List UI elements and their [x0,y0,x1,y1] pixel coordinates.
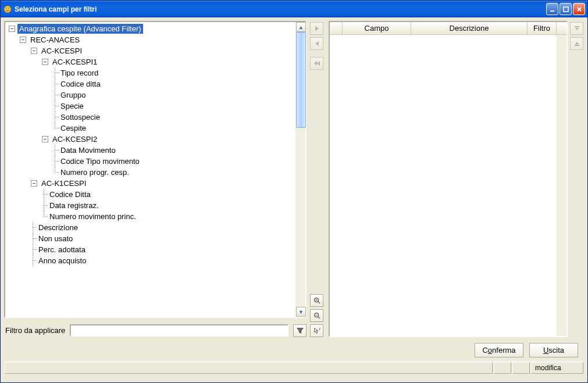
svg-point-1 [6,8,7,9]
tree-leaf[interactable]: Codice ditta [59,79,102,89]
tree-leaf[interactable]: Specie [59,101,85,111]
confirm-button[interactable]: Conferma [475,343,523,357]
tree-leaf[interactable]: Data Movimento [59,145,117,155]
field-tree[interactable]: −Anagrafica cespite (Advanced Filter) −R… [4,21,307,318]
svg-rect-3 [550,10,554,12]
grid-header-filtro[interactable]: Filtro [528,22,557,34]
svg-text:?: ? [318,327,320,331]
tree-leaf[interactable]: Anno acquisto [37,256,88,266]
tree-node[interactable]: AC-KCESPI1 [51,57,99,67]
tree-node-root[interactable]: Anagrafica cespite (Advanced Filter) [17,24,143,34]
status-segment [512,362,530,374]
grid-header-descrizione[interactable]: Descrizione [411,22,528,34]
scroll-up-button[interactable]: ▲ [296,22,306,32]
scroll-thumb[interactable] [296,32,306,128]
titlebar: Seleziona campi per filtri [1,1,587,17]
minimize-button[interactable] [546,3,558,15]
svg-line-10 [318,317,319,318]
grid-header-campo[interactable]: Campo [343,22,411,34]
client-area: −Anagrafica cespite (Advanced Filter) −R… [1,17,587,382]
filter-input[interactable] [70,324,288,337]
window-title: Seleziona campi per filtri [15,5,546,13]
svg-line-6 [318,302,319,303]
tree-leaf[interactable]: Numero movimento princ. [48,212,138,221]
grid-scroll-header [557,22,566,34]
window: Seleziona campi per filtri −Anagrafica c… [0,0,588,383]
svg-point-2 [8,8,9,9]
svg-rect-13 [575,26,579,27]
remove-all-button[interactable] [310,57,323,70]
tree-leaf[interactable]: Data registraz. [48,201,101,210]
selected-fields-grid[interactable]: Campo Descrizione Filtro [329,21,568,337]
remove-field-button[interactable] [310,37,323,50]
tree-leaf[interactable]: Codice Ditta [48,189,92,199]
app-icon [3,5,12,14]
status-mode: modifica [531,362,583,374]
svg-rect-14 [575,45,579,46]
status-segment [494,362,511,374]
tree-leaf[interactable]: Perc. adottata [37,245,87,255]
grid-scrollbar[interactable] [557,35,566,336]
expand-toggle[interactable]: − [20,37,26,43]
expand-toggle[interactable]: − [31,180,37,187]
tree-node[interactable]: REC-ANACES [28,35,81,45]
grid-body [330,35,566,336]
tree-leaf[interactable]: Numero progr. cesp. [59,167,131,177]
move-down-button[interactable] [570,37,583,50]
tree-leaf[interactable]: Tipo record [59,68,100,78]
tree-node[interactable]: AC-KCESPI2 [51,134,99,144]
expand-toggle[interactable]: − [31,48,37,54]
zoom-out-button[interactable] [310,309,323,322]
grid-corner [330,22,343,34]
tree-leaf[interactable]: Non usato [37,234,74,244]
tree-node[interactable]: AC-K1CESPI [40,178,88,188]
tree-leaf[interactable]: Sottospecie [59,112,102,122]
exit-button[interactable]: Uscita [529,343,578,357]
tree-scrollbar[interactable]: ▲ ▼ [295,22,305,317]
add-field-button[interactable] [310,22,323,35]
tree-leaf[interactable]: Descrizione [37,223,80,232]
zoom-in-button[interactable] [310,294,323,307]
filter-label: Filtro da applicare [4,326,65,335]
help-cursor-button[interactable]: ? [310,324,323,337]
maximize-button[interactable] [560,3,572,15]
tree-leaf[interactable]: Cespite [59,123,88,133]
scroll-down-button[interactable]: ▼ [296,307,306,317]
svg-point-0 [4,6,11,13]
status-segment [5,362,493,374]
apply-filter-button[interactable] [293,324,307,337]
expand-toggle[interactable]: − [9,26,15,32]
expand-toggle[interactable]: − [42,59,48,65]
move-up-button[interactable] [570,22,583,35]
svg-rect-4 [564,7,568,12]
tree-leaf[interactable]: Gruppo [59,90,87,100]
statusbar: modifica [4,361,584,374]
tree-leaf[interactable]: Codice Tipo movimento [59,156,141,166]
expand-toggle[interactable]: − [42,136,48,142]
tree-node[interactable]: AC-KCESPI [40,46,84,56]
close-button[interactable] [573,3,585,15]
